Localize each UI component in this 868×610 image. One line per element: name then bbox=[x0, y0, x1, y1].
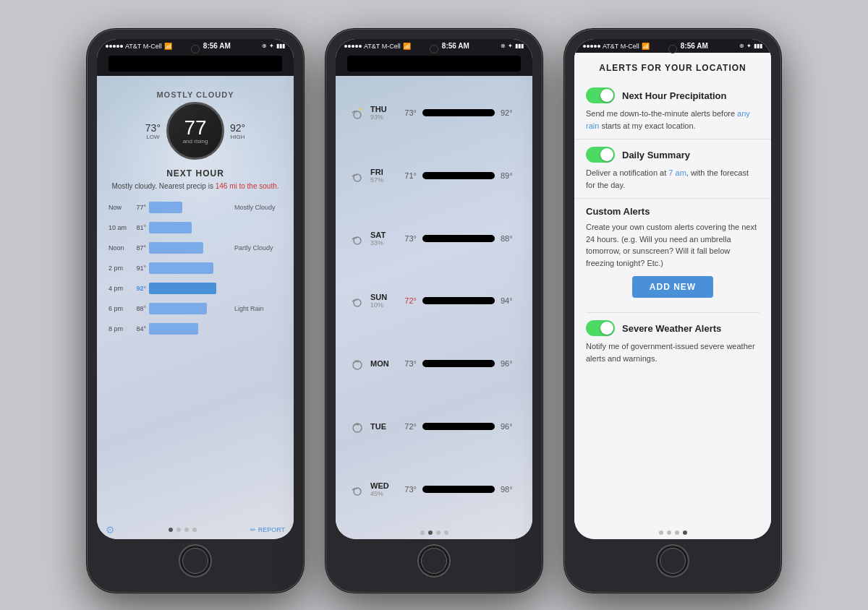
location-icon-3: ⊕ bbox=[739, 43, 744, 49]
next-hour-desc-text: Mostly cloudy. Nearest precip is bbox=[111, 182, 215, 190]
toggle-severe[interactable] bbox=[586, 320, 615, 336]
week-day-tue: TUE bbox=[370, 422, 396, 431]
bluetooth-icon-1: ✦ bbox=[269, 43, 274, 49]
week-high-thu: 92° bbox=[501, 108, 521, 117]
page-dot-3-1 bbox=[667, 530, 671, 535]
home-button-area-2 bbox=[336, 539, 532, 583]
weather-current-screen: MOSTLY CLOUDY 73° LOW 77 and rising 92° bbox=[97, 76, 294, 539]
battery-icon-3: ▮▮▮ bbox=[754, 43, 762, 49]
wifi-icon-2: 📶 bbox=[403, 43, 411, 50]
hour-time-6: 8 pm bbox=[109, 325, 129, 332]
next-hour-title: NEXT HOUR bbox=[111, 168, 279, 179]
weather-condition: MOSTLY CLOUDY bbox=[156, 90, 234, 99]
temp-low: 73° LOW bbox=[145, 122, 161, 140]
week-bar-sun bbox=[422, 297, 495, 304]
toggle-daily[interactable] bbox=[586, 147, 615, 163]
week-low-sun: 72° bbox=[396, 296, 417, 305]
week-high-tue: 96° bbox=[501, 422, 521, 431]
settings-icon[interactable]: ⚙ bbox=[106, 524, 115, 536]
alert-row-severe: Severe Weather Alerts bbox=[586, 320, 760, 336]
hour-row-6: 8 pm 84° bbox=[109, 319, 282, 339]
temp-low-label: LOW bbox=[146, 134, 159, 140]
hour-bar-1 bbox=[149, 222, 192, 233]
hour-time-4: 4 pm bbox=[109, 285, 129, 292]
page-dot-1-0 bbox=[169, 528, 173, 532]
hour-temp-1: 81° bbox=[129, 224, 146, 231]
search-bar-1 bbox=[109, 56, 282, 72]
alerts-screen: ALERTS FOR YOUR LOCATION Next Hour Preci… bbox=[574, 53, 771, 539]
hour-time-0: Now bbox=[109, 204, 129, 211]
week-row-tue: TUE 72° 96° bbox=[336, 405, 532, 448]
week-high-sat: 88° bbox=[501, 234, 521, 243]
hour-bar-container-4 bbox=[149, 283, 231, 294]
week-bar-tue bbox=[422, 423, 495, 430]
status-left-2: AT&T M-Cell 📶 bbox=[344, 43, 411, 50]
report-label: REPORT bbox=[258, 526, 285, 533]
phone-1: AT&T M-Cell 📶 8:56 AM ⊕ ✦ ▮▮▮ MOSTLY CLO… bbox=[87, 29, 304, 593]
weekly-list: THU 93% 73° 92° FRI 57% bbox=[336, 76, 532, 526]
hour-bar-container-1 bbox=[149, 222, 231, 233]
status-bar-2: AT&T M-Cell 📶 8:56 AM ⊕ ✦ ▮▮▮ bbox=[336, 39, 532, 53]
svg-point-1 bbox=[359, 108, 362, 111]
next-hour-desc: Mostly cloudy. Nearest precip is 146 mi … bbox=[111, 181, 279, 192]
alert-row-precipitation: Next Hour Precipitation bbox=[586, 87, 760, 103]
svg-point-0 bbox=[354, 111, 361, 119]
temp-high-value: 92° bbox=[230, 122, 245, 134]
hour-bar-container-2 bbox=[149, 242, 231, 254]
status-left-1: AT&T M-Cell 📶 bbox=[106, 43, 172, 50]
add-new-button[interactable]: ADD NEW bbox=[632, 276, 713, 298]
home-button-3[interactable] bbox=[656, 544, 689, 577]
custom-alerts-title: Custom Alerts bbox=[586, 206, 760, 217]
week-low-fri: 71° bbox=[396, 171, 417, 180]
next-hour-section: NEXT HOUR Mostly cloudy. Nearest precip … bbox=[97, 163, 294, 194]
hour-row-0: Now 77° Mostly Cloudy bbox=[109, 197, 282, 218]
alert-desc-precipitation: Send me down-to-the-minute alerts before… bbox=[586, 108, 760, 132]
report-button[interactable]: ✏ REPORT bbox=[250, 526, 285, 533]
phone-3: AT&T M-Cell 📶 8:56 AM ⊕ ✦ ▮▮▮ ALERTS FOR… bbox=[564, 29, 781, 593]
week-icon-fri bbox=[347, 168, 367, 183]
week-pct-wed: 45% bbox=[370, 490, 396, 497]
alert-name-daily: Daily Summary bbox=[622, 150, 690, 160]
week-day-mon: MON bbox=[370, 359, 396, 368]
hour-row-2: Noon 87° Partly Cloudy bbox=[109, 238, 282, 258]
alert-name-precipitation: Next Hour Precipitation bbox=[622, 90, 726, 101]
temp-current: 77 bbox=[184, 118, 206, 138]
time-3: 8:56 AM bbox=[681, 42, 708, 50]
weather-main: MOSTLY CLOUDY 73° LOW 77 and rising 92° bbox=[97, 76, 294, 163]
hour-temp-3: 91° bbox=[129, 265, 146, 272]
wifi-icon-3: 📶 bbox=[642, 43, 650, 50]
spacer-3 bbox=[574, 371, 771, 526]
time-2: 8:56 AM bbox=[442, 42, 469, 50]
home-button-area-1 bbox=[97, 539, 294, 583]
status-right-1: ⊕ ✦ ▮▮▮ bbox=[262, 43, 285, 49]
week-day-fri: FRI bbox=[370, 168, 396, 176]
status-bar-3: AT&T M-Cell 📶 8:56 AM ⊕ ✦ ▮▮▮ bbox=[574, 39, 771, 53]
search-bar-area-2 bbox=[336, 53, 532, 76]
week-bar-fri bbox=[422, 172, 495, 179]
temp-display: 73° LOW 77 and rising 92° HIGH bbox=[145, 102, 245, 160]
page-dot-3-3 bbox=[683, 530, 687, 535]
page-dots-3 bbox=[574, 526, 771, 539]
hourly-chart: Now 77° Mostly Cloudy 10 am 81° bbox=[97, 194, 294, 520]
week-high-wed: 98° bbox=[501, 485, 521, 494]
home-button-inner-1 bbox=[182, 548, 208, 574]
home-button-1[interactable] bbox=[179, 544, 212, 577]
carrier-2: AT&T M-Cell bbox=[364, 43, 401, 50]
alert-desc-daily: Deliver a notification at 7 am, with the… bbox=[586, 167, 760, 191]
alert-section-severe: Severe Weather Alerts Notify me of gover… bbox=[574, 313, 771, 371]
page-dots-1 bbox=[169, 523, 197, 536]
custom-alerts-desc: Create your own custom alerts covering t… bbox=[586, 221, 760, 269]
time-1: 8:56 AM bbox=[203, 42, 231, 50]
alert-desc-link-precipitation: any rain bbox=[586, 109, 750, 130]
week-row-thu: THU 93% 73° 92° bbox=[336, 91, 532, 134]
home-button-2[interactable] bbox=[417, 544, 451, 577]
status-right-2: ⊕ ✦ ▮▮▮ bbox=[501, 43, 524, 49]
hour-label-5: Light Rain bbox=[231, 305, 282, 312]
custom-alerts-section: Custom Alerts Create your own custom ale… bbox=[574, 199, 771, 312]
hour-bar-0 bbox=[149, 202, 182, 213]
phone-3-screen: AT&T M-Cell 📶 8:56 AM ⊕ ✦ ▮▮▮ ALERTS FOR… bbox=[574, 39, 771, 539]
toggle-precipitation[interactable] bbox=[586, 87, 615, 103]
week-low-sat: 73° bbox=[396, 234, 417, 243]
hour-row-3: 2 pm 91° bbox=[109, 258, 282, 278]
signal-dots-1 bbox=[106, 45, 123, 48]
